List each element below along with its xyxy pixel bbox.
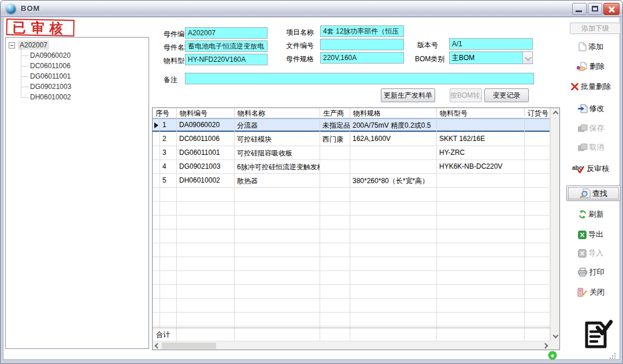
table-row-empty[interactable] <box>153 313 559 326</box>
cell[interactable]: 380*260*80（长*宽*高） <box>350 174 437 187</box>
tree-node-label[interactable]: DA09060020 <box>28 51 72 60</box>
resize-grip[interactable] <box>609 352 616 359</box>
cell[interactable] <box>177 326 235 328</box>
cell[interactable] <box>350 271 437 284</box>
modify-button[interactable]: 修改 <box>562 102 620 115</box>
vertical-scrollbar[interactable] <box>550 108 559 341</box>
cell[interactable] <box>525 285 550 298</box>
material-model-field[interactable]: HY-NFD220V160A <box>185 54 268 65</box>
row-selector[interactable] <box>153 326 160 328</box>
bom-tree[interactable]: A202007 DA09060020DC06011006DG06011001DG… <box>5 37 149 349</box>
minimize-button[interactable] <box>572 3 587 15</box>
cell[interactable]: DG06011001 <box>177 146 235 159</box>
delete-button[interactable]: 删除 <box>562 60 620 73</box>
cell[interactable] <box>160 202 177 215</box>
cell[interactable] <box>437 243 525 257</box>
cell[interactable]: DG09021003 <box>177 160 235 173</box>
cell[interactable] <box>350 146 437 159</box>
cell[interactable] <box>437 257 525 270</box>
cell[interactable]: 散热器 <box>235 174 320 187</box>
cell[interactable] <box>525 132 550 146</box>
cell[interactable] <box>437 202 525 215</box>
cell[interactable] <box>525 146 550 159</box>
cell[interactable] <box>177 285 235 298</box>
cell[interactable] <box>525 174 550 187</box>
cell[interactable] <box>160 299 177 312</box>
tree-node-label[interactable]: DC06011006 <box>28 61 72 70</box>
row-selector[interactable] <box>153 257 160 270</box>
add-button[interactable]: 添加 <box>562 40 620 53</box>
cell[interactable] <box>525 326 550 328</box>
column-header-4[interactable]: 生产商 <box>320 108 350 118</box>
cell[interactable] <box>525 202 550 215</box>
table-row-empty[interactable] <box>153 299 559 313</box>
cell[interactable] <box>350 202 437 215</box>
column-header-7[interactable]: 订货号 <box>525 108 550 118</box>
table-row-empty[interactable] <box>153 271 559 285</box>
cell[interactable] <box>160 326 177 328</box>
close-button[interactable]: 关闭 <box>562 286 620 299</box>
cell[interactable]: 2 <box>160 132 177 146</box>
cell[interactable] <box>350 285 437 298</box>
cell[interactable] <box>320 202 350 215</box>
row-selector[interactable] <box>153 313 160 326</box>
cell[interactable] <box>177 216 235 229</box>
table-row-empty[interactable] <box>153 257 559 271</box>
tree-root-node[interactable]: A202007 <box>9 40 149 50</box>
cell[interactable] <box>320 313 350 326</box>
row-selector[interactable] <box>153 174 160 187</box>
tree-node-label[interactable]: DG09021003 <box>28 82 73 91</box>
cell[interactable]: DA09060020 <box>177 118 235 132</box>
tree-node-DC06011006[interactable]: DC06011006 <box>21 61 149 71</box>
cell[interactable] <box>437 174 525 187</box>
cell[interactable]: 4 <box>160 160 177 173</box>
cell[interactable] <box>320 188 350 201</box>
cell[interactable]: 1 <box>160 118 177 132</box>
table-row[interactable]: 5DH06010002散热器380*260*80（长*宽*高） <box>153 174 559 188</box>
cell[interactable]: 6脉冲可控硅恒流逆变触发板 <box>235 160 320 173</box>
column-header-5[interactable]: 物料规格 <box>350 108 437 118</box>
export-button[interactable]: 导出 <box>562 228 620 241</box>
row-selector[interactable] <box>153 243 160 257</box>
cell[interactable] <box>177 271 235 284</box>
close-button[interactable] <box>603 3 620 15</box>
cell[interactable] <box>235 313 320 326</box>
cell[interactable]: 可控硅模块 <box>235 132 320 146</box>
cell[interactable]: 可控硅阻容吸收板 <box>235 146 320 159</box>
cell[interactable] <box>177 229 235 243</box>
cell[interactable] <box>160 271 177 284</box>
cell[interactable] <box>525 216 550 229</box>
cell[interactable] <box>177 257 235 270</box>
cell[interactable] <box>235 285 320 298</box>
table-row-empty[interactable] <box>153 285 559 299</box>
cell[interactable] <box>160 243 177 257</box>
doc-no-field[interactable] <box>320 39 404 50</box>
table-row[interactable]: 4DG090210036脉冲可控硅恒流逆变触发板HYK6K-NB-DC220V <box>153 160 559 174</box>
cell[interactable] <box>320 299 350 312</box>
column-header-6[interactable]: 物料型号 <box>437 108 525 118</box>
titlebar[interactable]: BOM <box>1 1 622 17</box>
table-row-empty[interactable] <box>153 326 559 328</box>
cell[interactable] <box>525 271 550 284</box>
scroll-down-icon[interactable] <box>552 333 558 339</box>
update-issue-button[interactable]: 更新生产发料单 <box>381 88 435 102</box>
tree-node-DG09021003[interactable]: DG09021003 <box>21 81 149 92</box>
scroll-right-icon[interactable] <box>543 343 548 349</box>
cell[interactable] <box>437 271 525 284</box>
cell[interactable]: HYK6K-NB-DC220V <box>437 160 525 173</box>
cell[interactable] <box>160 216 177 229</box>
change-log-button[interactable]: 变更记录 <box>484 88 529 102</box>
table-row[interactable]: 3DG06011001可控硅阻容吸收板HY-ZRC <box>153 146 559 160</box>
cell[interactable] <box>177 299 235 312</box>
cell[interactable] <box>235 216 320 229</box>
cell[interactable] <box>320 216 350 229</box>
cell[interactable] <box>350 243 437 257</box>
cell[interactable] <box>235 229 320 243</box>
cell[interactable]: 未指定品牌 <box>320 118 350 132</box>
table-row-empty[interactable] <box>153 202 559 216</box>
table-row-empty[interactable] <box>153 243 559 257</box>
table-row-empty[interactable] <box>153 229 559 243</box>
row-selector[interactable] <box>153 271 160 284</box>
cell[interactable]: 162A,1600V <box>350 132 437 146</box>
cell[interactable] <box>350 216 437 229</box>
